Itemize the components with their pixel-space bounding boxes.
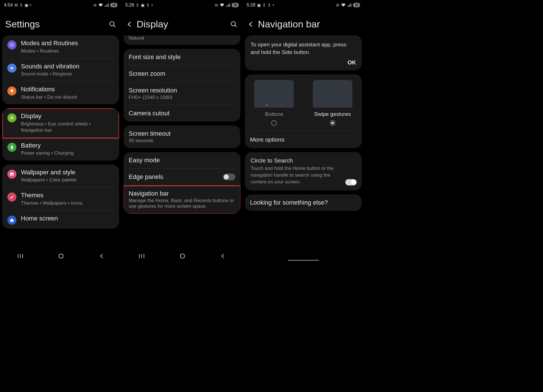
more-icon: • [30, 3, 31, 7]
item-title: Wallpaper and style [21, 168, 114, 177]
svg-line-8 [10, 116, 11, 117]
svg-rect-12 [11, 146, 13, 149]
item-sub: Wallpapers • Color palette [21, 177, 114, 183]
navigation-bar-item[interactable]: Navigation bar Manage the Home, Back, an… [124, 185, 240, 214]
bell-icon [7, 86, 16, 96]
ok-button[interactable]: OK [251, 59, 356, 66]
item-sub: Modes • Routines [21, 48, 114, 54]
gesture-handle[interactable] [288, 260, 319, 261]
home-button[interactable] [180, 253, 185, 259]
header: Settings [0, 10, 121, 35]
modes-routines-item[interactable]: Modes and Routines Modes • Routines [2, 35, 119, 58]
dnd-icon: ⊖ [336, 3, 339, 7]
upload-icon: ↥ [20, 3, 23, 7]
cts-toggle[interactable] [345, 179, 357, 185]
home-button[interactable] [58, 253, 64, 259]
circle-to-search-card[interactable]: Circle to Search Touch and hold the Home… [245, 152, 362, 190]
display-item[interactable]: Display Brightness • Eye comfort shield … [2, 108, 119, 137]
item-title: Home screen [21, 215, 114, 223]
upload-icon: ↥ [268, 3, 271, 7]
item-sub: Manage the Home, Back, and Recents butto… [129, 198, 235, 209]
battery-item[interactable]: Battery Power saving • Charging [2, 138, 119, 161]
wallpaper-item[interactable]: Wallpaper and style Wallpapers • Color p… [2, 164, 119, 187]
dnd-icon: ⊖ [215, 3, 218, 7]
svg-rect-14 [10, 173, 14, 176]
edge-panels-item[interactable]: Edge panels [124, 169, 240, 185]
item-sub: FHD+ (2340 x 1080) [129, 95, 235, 100]
item-title: Navigation bar [129, 190, 235, 197]
page-title: Settings [5, 19, 105, 30]
recents-button[interactable] [18, 254, 23, 259]
swipe-preview [313, 80, 352, 108]
image-icon: ▣ [25, 3, 28, 7]
upload-icon: ↥ [262, 3, 266, 7]
swipe-option[interactable]: Swipe gestures [306, 80, 359, 126]
looking-for-item[interactable]: Looking for something else? [245, 194, 362, 211]
status-bar: 4:54 M ↥ ▣ • ⊖ 19 [0, 0, 121, 10]
signal-icon [226, 3, 230, 7]
svg-line-1 [113, 25, 115, 27]
buttons-radio[interactable] [271, 120, 277, 126]
item-title: Screen timeout [129, 130, 235, 137]
zoom-item[interactable]: Screen zoom [124, 66, 240, 82]
home-screen-item[interactable]: Home screen [2, 211, 119, 229]
recents-button[interactable] [139, 254, 145, 259]
svg-rect-24 [180, 254, 184, 258]
home-icon [7, 216, 16, 225]
tip-text: To open your digital assistant app, pres… [251, 41, 356, 56]
battery-icon [7, 143, 16, 152]
search-button[interactable] [109, 21, 116, 28]
dnd-icon: ⊖ [93, 3, 97, 7]
back-button[interactable] [221, 254, 225, 259]
back-button[interactable] [99, 254, 104, 259]
display-screen: 5:28 ↥ ▣ ↥ • ⊖ 16 Display [121, 0, 243, 263]
screen-mode-value: Natural [124, 35, 240, 43]
buttons-option[interactable]: ||| ○ < Buttons [248, 80, 301, 126]
wifi-icon [341, 3, 346, 7]
navbar-settings-list[interactable]: To open your digital assistant app, pres… [243, 35, 364, 263]
item-sub: Status bar • Do not disturb [21, 94, 114, 100]
looking-title: Looking for something else? [250, 199, 357, 206]
swipe-radio[interactable] [330, 120, 335, 126]
item-title: Notifications [21, 85, 114, 94]
resolution-item[interactable]: Screen resolution FHD+ (2340 x 1080) [124, 82, 240, 105]
wifi-icon [98, 3, 103, 7]
back-button[interactable] [126, 21, 133, 27]
svg-point-3 [11, 117, 13, 119]
font-item[interactable]: Font size and style [124, 49, 240, 65]
battery-level: 19 [110, 3, 117, 7]
easy-mode-item[interactable]: Easy mode [124, 152, 240, 168]
svg-point-0 [110, 21, 114, 26]
timeout-item[interactable]: Screen timeout 30 seconds [124, 125, 240, 148]
item-title: Screen resolution [129, 87, 235, 94]
item-title: Battery [21, 142, 114, 150]
recents-icon: ||| [266, 103, 268, 106]
notifications-item[interactable]: Notifications Status bar • Do not distur… [2, 81, 119, 104]
cts-title: Circle to Search [251, 157, 356, 164]
page-title: Navigation bar [258, 19, 359, 30]
item-title: Display [21, 112, 114, 120]
back-button[interactable] [248, 21, 254, 27]
battery-level: 16 [353, 3, 360, 7]
home-icon: ○ [274, 103, 275, 106]
item-title: Easy mode [129, 157, 235, 164]
item-title: Themes [21, 191, 114, 200]
sounds-item[interactable]: Sounds and vibration Sound mode • Ringto… [2, 59, 119, 81]
item-title: Sounds and vibration [21, 62, 114, 71]
item-title: Modes and Routines [21, 39, 114, 47]
svg-line-20 [235, 25, 237, 27]
edge-panels-toggle[interactable] [223, 174, 235, 180]
more-options-item[interactable]: More options [245, 131, 362, 148]
item-title: Edge panels [129, 173, 163, 181]
header: Display [121, 10, 243, 35]
themes-item[interactable]: Themes Themes • Wallpapers • Icons [2, 187, 119, 210]
cutout-item[interactable]: Camera cutout [124, 105, 240, 122]
display-list[interactable]: Natural Font size and style Screen zoom … [121, 35, 243, 263]
more-icon: • [151, 3, 153, 7]
svg-line-11 [13, 116, 14, 117]
search-button[interactable] [230, 21, 238, 28]
signal-icon [347, 3, 351, 7]
gmail-icon: M [14, 3, 18, 7]
settings-list[interactable]: Modes and Routines Modes • Routines Soun… [0, 35, 121, 263]
buttons-preview: ||| ○ < [254, 80, 294, 108]
